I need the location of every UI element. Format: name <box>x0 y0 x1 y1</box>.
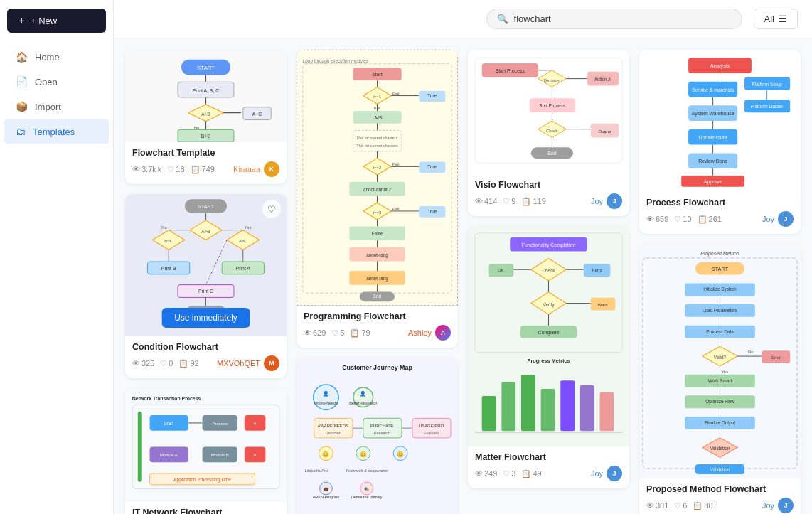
sidebar-item-open[interactable]: 📄 Open <box>4 70 109 94</box>
svg-text:True: True <box>427 94 437 99</box>
stat-likes: ♡ 18 <box>167 165 184 174</box>
svg-text:Optimize Flow: Optimize Flow <box>705 399 734 405</box>
svg-text:System Warehouse: System Warehouse <box>692 111 734 117</box>
svg-rect-197 <box>580 385 594 431</box>
svg-text:Define the Identity: Define the Identity <box>351 495 383 499</box>
svg-text:Teamwork & cooperation: Teamwork & cooperation <box>346 469 388 473</box>
open-icon: 📄 <box>16 76 28 87</box>
svg-text:👤: 👤 <box>323 390 329 397</box>
card-info: Programming Flowchart 👁 629 ♡ 5 📋 79 Ash… <box>297 306 458 348</box>
svg-text:✕: ✕ <box>253 453 257 457</box>
svg-text:🎭: 🎭 <box>364 486 370 492</box>
avatar: J <box>778 498 794 513</box>
svg-text:Start Process: Start Process <box>496 68 525 73</box>
search-input[interactable] <box>514 14 732 24</box>
card-info: Matter Flowchart 👁 249 ♡ 3 📋 49 Joy J <box>468 446 629 488</box>
svg-text:A>B: A>B <box>201 229 210 234</box>
svg-text:Print A: Print A <box>236 266 251 271</box>
svg-text:Approve: Approve <box>704 179 722 185</box>
svg-text:Better Research: Better Research <box>349 401 377 405</box>
card-condition-flowchart[interactable]: START A>B No Yes A>C B>C Print A <box>125 194 287 378</box>
card-title: Process Flowchart <box>646 198 794 208</box>
svg-text:annot-rang: annot-rang <box>366 252 388 258</box>
svg-text:annot-rang: annot-rang <box>366 276 388 282</box>
svg-text:B>C: B>C <box>164 239 173 243</box>
svg-text:Action A: Action A <box>594 77 611 82</box>
svg-text:Output: Output <box>599 129 611 134</box>
svg-text:Analysis: Analysis <box>710 63 730 69</box>
svg-text:End: End <box>373 294 382 299</box>
svg-rect-43 <box>138 412 142 482</box>
card-programming-flowchart[interactable]: Loop through execution modules Start i==… <box>297 50 458 348</box>
author-name: Joy <box>591 469 603 478</box>
author-name: Joy <box>762 501 774 510</box>
svg-text:Update route: Update route <box>699 135 727 141</box>
svg-text:Module A: Module A <box>160 453 178 457</box>
card-customer-journey[interactable]: Customer Journey Map 👤 Online Needs 👤 Be… <box>297 358 458 514</box>
svg-text:💼: 💼 <box>324 486 329 492</box>
search-box[interactable]: 🔍 <box>486 9 742 29</box>
author-name: MXVOhQET <box>217 359 260 368</box>
svg-text:i==1: i==1 <box>373 95 381 99</box>
svg-text:Valid?: Valid? <box>714 355 727 360</box>
svg-text:Retry: Retry <box>592 268 602 272</box>
svg-text:Lifepaths Pro: Lifepaths Pro <box>305 469 328 473</box>
svg-text:Proposed Method: Proposed Method <box>700 251 740 257</box>
svg-text:Sub Process: Sub Process <box>539 103 565 108</box>
card-visio-flowchart[interactable]: Start Process Decision Action A Sub Proc… <box>468 50 629 216</box>
card-info: Condition Flowchart 👁 325 ♡ 0 📋 92 MXVOh… <box>125 336 287 378</box>
card-title: IT Network Flowchart <box>132 508 279 514</box>
card-title: Condition Flowchart <box>132 342 279 352</box>
card-it-network[interactable]: Network Transaction Process Start Proces… <box>125 388 287 514</box>
sidebar-item-home[interactable]: 🏠 Home <box>4 45 109 69</box>
card-method-flowchart[interactable]: Proposed Method START Initialize System … <box>639 244 801 514</box>
svg-text:Load Parameters: Load Parameters <box>703 308 737 313</box>
svg-text:😊: 😊 <box>360 451 367 458</box>
author-name: Joy <box>762 215 774 223</box>
svg-text:True: True <box>427 209 437 214</box>
author-row: MXVOhQET M <box>217 355 279 371</box>
card-stats: 👁 3.7kk ♡ 18 📋 749 <box>132 165 215 174</box>
svg-text:Use for current chapters: Use for current chapters <box>357 136 398 140</box>
author-name: Kiraaaa <box>233 165 260 173</box>
menu-icon: ☰ <box>779 14 787 24</box>
avatar: K <box>264 161 279 177</box>
svg-text:No: No <box>748 350 754 354</box>
card-meta: 👁 325 ♡ 0 📋 92 MXVOhQET M <box>132 355 279 371</box>
svg-rect-192 <box>482 396 496 431</box>
svg-point-119 <box>314 385 339 410</box>
svg-text:annot-annot 2: annot-annot 2 <box>363 187 392 192</box>
svg-text:Complete: Complete <box>538 330 560 336</box>
svg-text:Check: Check <box>546 129 558 133</box>
new-button[interactable]: ＋ + New <box>7 9 106 33</box>
svg-text:Start: Start <box>372 72 383 77</box>
card-info: Proposed Method Flowchart 👁 301 ♡ 6 📋 88… <box>639 478 801 514</box>
heart-button[interactable]: ♡ <box>262 200 281 218</box>
card-title: Programming Flowchart <box>304 311 451 321</box>
svg-text:Print B: Print B <box>161 266 176 271</box>
filter-all-button[interactable]: All ☰ <box>754 9 798 29</box>
svg-text:Discover: Discover <box>326 431 341 435</box>
use-immediately-button[interactable]: Use immediately <box>161 308 250 328</box>
svg-text:A>C: A>C <box>239 239 247 243</box>
svg-rect-198 <box>600 392 614 431</box>
sidebar-item-home-label: Home <box>35 52 60 63</box>
card-info: Flowchart Template 👁 3.7kk ♡ 18 📋 749 Ki… <box>125 142 287 184</box>
svg-text:Yes: Yes <box>245 225 252 230</box>
svg-text:USAGE/PRO: USAGE/PRO <box>419 424 444 428</box>
avatar: J <box>607 193 622 209</box>
svg-text:Customer Journey Map: Customer Journey Map <box>342 364 412 371</box>
svg-text:Print C: Print C <box>198 289 213 294</box>
card-flowchart-template[interactable]: START Print A, B, C A+B Yes A+C No B+C <box>125 50 287 184</box>
svg-text:Service & materials: Service & materials <box>692 87 734 92</box>
card-matter-flowchart[interactable]: Functionality Completion Check OK Retry <box>468 226 629 488</box>
card-info: Process Flowchart 👁 659 ♡ 10 📋 261 Joy J <box>639 192 801 234</box>
card-title: Proposed Method Flowchart <box>646 484 794 494</box>
svg-text:Error: Error <box>771 355 781 360</box>
svg-text:👤: 👤 <box>360 390 366 397</box>
svg-text:Fail: Fail <box>392 207 399 211</box>
svg-text:i==3: i==3 <box>373 210 381 215</box>
sidebar-item-import[interactable]: 📦 Import <box>4 95 109 119</box>
card-process-flowchart[interactable]: Analysis Platform Setup Platform Loader … <box>639 50 801 234</box>
sidebar-item-templates[interactable]: 🗂 Templates <box>4 119 109 144</box>
